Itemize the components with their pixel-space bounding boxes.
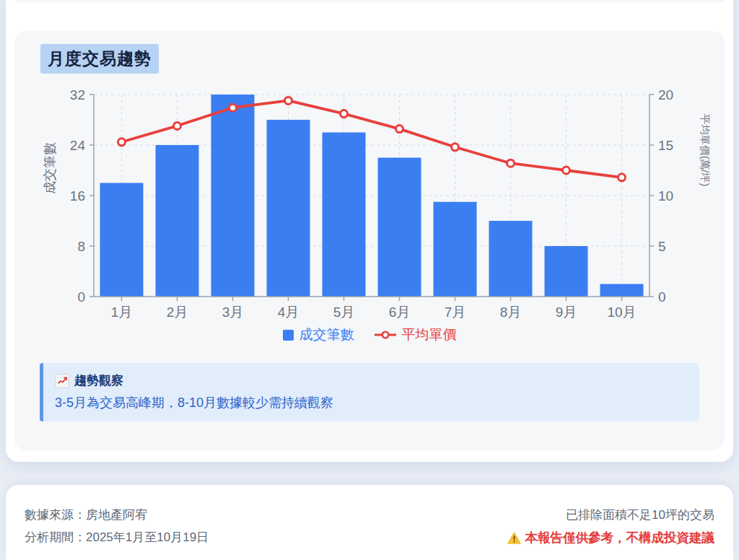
left-axis-tick-label: 32	[70, 87, 85, 102]
price-point-3月	[229, 104, 237, 111]
bar-6月	[378, 158, 421, 297]
left-axis-title: 成交筆數	[43, 142, 57, 194]
price-point-9月	[563, 167, 570, 174]
bar-8月	[489, 221, 533, 297]
chart-legend: 成交筆數 平均單價	[14, 325, 725, 344]
price-point-4月	[285, 97, 292, 104]
disclaimer-text: 本報告僅供參考，不構成投資建議	[507, 526, 715, 549]
left-axis-tick-label: 16	[70, 188, 85, 204]
bar-7月	[434, 202, 477, 297]
report-footer: 數據來源：房地產阿宥 分析期間：2025年1月至10月19日 已排除面積不足10…	[6, 485, 733, 560]
exclusion-note-text: 已排除面積不足10坪的交易	[507, 504, 715, 526]
x-axis-tick-label: 8月	[500, 305, 522, 320]
footer-left-column: 數據來源：房地產阿宥 分析期間：2025年1月至10月19日	[25, 504, 209, 549]
bar-1月	[100, 183, 144, 297]
legend-bar-label: 成交筆數	[299, 325, 354, 344]
note-title: 趨勢觀察	[74, 372, 123, 389]
trend-chart-icon	[55, 374, 69, 388]
page-title: 月度交易趨勢	[40, 44, 159, 74]
bar-2月	[156, 145, 199, 297]
x-axis-tick-label: 1月	[111, 305, 133, 320]
monthly-trend-chart: 08162432051015201月2月3月4月5月6月7月8月9月10月成交筆…	[14, 82, 725, 327]
line-series-marker-icon	[375, 331, 396, 339]
price-point-8月	[507, 159, 515, 167]
x-axis-tick-label: 2月	[167, 305, 188, 320]
right-axis-tick-label: 0	[658, 289, 666, 305]
price-point-5月	[341, 110, 348, 118]
left-axis-tick-label: 0	[77, 289, 85, 305]
price-point-10月	[618, 174, 626, 181]
left-axis-tick-label: 24	[70, 138, 86, 153]
x-axis-tick-label: 4月	[278, 305, 299, 320]
x-axis-tick-label: 6月	[389, 305, 411, 320]
bar-10月	[600, 284, 644, 297]
right-axis-tick-label: 10	[658, 188, 673, 204]
price-point-1月	[118, 139, 126, 146]
bar-series-swatch-icon	[283, 330, 294, 341]
monthly-trend-section: 月度交易趨勢 08162432051015201月2月3月4月5月6月7月8月9…	[14, 31, 725, 450]
x-axis-tick-label: 7月	[445, 305, 466, 320]
trend-observation-note: 趨勢觀察 3-5月為交易高峰期，8-10月數據較少需持續觀察	[40, 363, 699, 421]
warning-icon	[507, 532, 521, 544]
x-axis-tick-label: 5月	[333, 305, 355, 320]
right-axis-tick-label: 20	[658, 87, 673, 102]
bar-4月	[267, 120, 310, 297]
legend-item-bar[interactable]: 成交筆數	[283, 325, 354, 344]
footer-right-column: 已排除面積不足10坪的交易 本報告僅供參考，不構成投資建議	[507, 504, 715, 550]
trend-chart-container: 08162432051015201月2月3月4月5月6月7月8月9月10月成交筆…	[14, 82, 725, 327]
price-point-7月	[452, 144, 459, 151]
price-point-2月	[174, 122, 181, 129]
note-body: 3-5月為交易高峰期，8-10月數據較少需持續觀察	[55, 394, 688, 411]
bar-5月	[323, 133, 366, 297]
analysis-period-text: 分析期間：2025年1月至10月19日	[25, 526, 209, 548]
previous-section-edge	[13, 0, 726, 3]
x-axis-tick-label: 9月	[556, 305, 577, 320]
legend-item-line[interactable]: 平均單價	[375, 325, 457, 344]
right-axis-tick-label: 15	[658, 138, 673, 153]
data-source-text: 數據來源：房地產阿宥	[25, 504, 209, 526]
bar-9月	[545, 246, 588, 297]
legend-line-label: 平均單價	[402, 325, 457, 344]
price-point-6月	[396, 126, 403, 133]
x-axis-tick-label: 10月	[607, 305, 636, 320]
right-axis-title: 平均單價(萬/坪)	[699, 114, 711, 187]
left-axis-tick-label: 8	[77, 239, 85, 254]
report-card: 月度交易趨勢 08162432051015201月2月3月4月5月6月7月8月9…	[6, 0, 733, 462]
bar-3月	[211, 95, 255, 297]
right-axis-tick-label: 5	[658, 239, 666, 254]
x-axis-tick-label: 3月	[222, 305, 244, 320]
